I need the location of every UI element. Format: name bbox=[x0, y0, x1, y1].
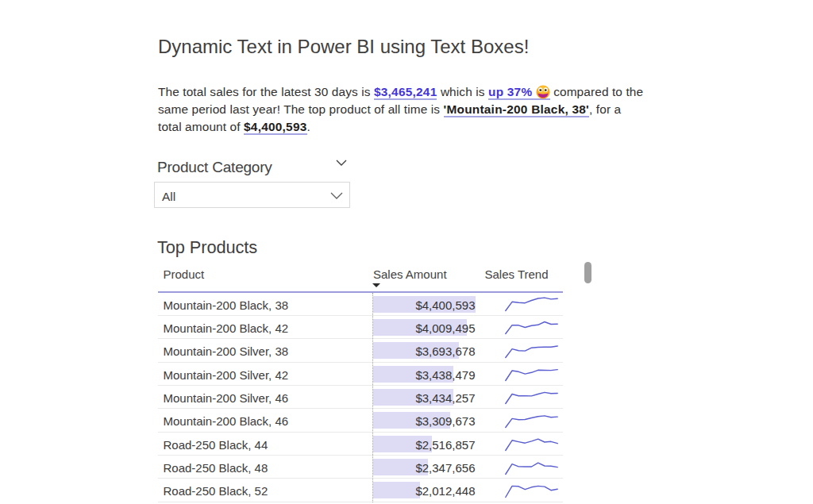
table-title: Top Products bbox=[157, 237, 257, 258]
table-row[interactable]: Mountain-200 Silver, 46$3,434,257 bbox=[158, 386, 563, 409]
dropdown-chevron-down-icon[interactable] bbox=[330, 192, 343, 199]
slicer-title: Product Category bbox=[157, 159, 272, 176]
narrative-text: The total sales for the latest 30 days i… bbox=[158, 85, 374, 98]
column-header-sales-trend[interactable]: Sales Trend bbox=[485, 267, 549, 281]
report-title: Dynamic Text in Power BI using Text Boxe… bbox=[158, 36, 529, 58]
table-row[interactable]: Mountain-200 Black, 38$4,400,593 bbox=[158, 293, 563, 316]
table-row[interactable]: Road-250 Black, 48$2,347,656 bbox=[158, 456, 563, 479]
table-row[interactable]: Road-250 Black, 44$2,516,857 bbox=[158, 433, 563, 456]
grinning-face-emoji bbox=[536, 85, 550, 99]
smart-narrative-text: The total sales for the latest 30 days i… bbox=[158, 83, 698, 136]
column-header-sales-amount[interactable]: Sales Amount bbox=[373, 267, 447, 281]
narrative-text: . bbox=[307, 120, 310, 133]
sales-amount-cell: $3,693,678 bbox=[372, 344, 476, 358]
narrative-text: compared to the bbox=[550, 85, 643, 98]
product-cell: Mountain-200 Silver, 38 bbox=[164, 344, 289, 358]
product-category-dropdown[interactable]: All bbox=[154, 182, 350, 208]
sales-trend-sparkline bbox=[505, 366, 558, 382]
table-row[interactable]: Mountain-200 Silver, 38$3,693,678 bbox=[158, 339, 563, 362]
sales-amount-cell: $2,347,656 bbox=[372, 461, 476, 475]
product-cell: Mountain-200 Black, 38 bbox=[164, 298, 289, 312]
sales-trend-sparkline bbox=[505, 343, 558, 359]
narrative-text: , for a bbox=[589, 102, 621, 116]
sales-trend-sparkline bbox=[505, 296, 558, 312]
product-cell: Mountain-200 Black, 42 bbox=[164, 321, 289, 335]
narrative-dynamic-value: $3,465,241 bbox=[374, 85, 437, 100]
narrative-text: same period last year! The top product o… bbox=[158, 102, 444, 116]
data-bar-axis-line bbox=[372, 293, 373, 502]
product-cell: Mountain-200 Silver, 46 bbox=[164, 391, 289, 405]
narrative-line: total amount of $4,400,593. bbox=[158, 118, 698, 136]
sales-amount-cell: $3,309,673 bbox=[372, 414, 476, 428]
sales-trend-sparkline bbox=[505, 389, 558, 405]
narrative-value-group: up 37% bbox=[488, 85, 550, 100]
narrative-line: The total sales for the latest 30 days i… bbox=[158, 83, 698, 101]
table-row[interactable]: Road-250 Black, 52$2,012,448 bbox=[158, 479, 563, 502]
dropdown-selected-value: All bbox=[162, 190, 175, 204]
sales-trend-sparkline bbox=[505, 413, 558, 429]
narrative-text: which is bbox=[437, 85, 488, 98]
product-cell: Road-250 Black, 48 bbox=[164, 461, 268, 475]
product-cell: Road-250 Black, 52 bbox=[164, 484, 268, 498]
product-cell: Road-250 Black, 44 bbox=[164, 438, 268, 452]
table-body: Mountain-200 Black, 38$4,400,593Mountain… bbox=[158, 293, 563, 502]
narrative-text: total amount of bbox=[158, 120, 244, 133]
sales-trend-sparkline bbox=[505, 436, 558, 452]
table-row[interactable]: Mountain-200 Silver, 42$3,438,479 bbox=[158, 363, 563, 386]
sales-amount-cell: $4,400,593 bbox=[372, 298, 476, 312]
narrative-line: same period last year! The top product o… bbox=[158, 101, 698, 118]
sales-amount-cell: $2,516,857 bbox=[372, 438, 476, 452]
narrative-dynamic-value: $4,400,593 bbox=[244, 120, 307, 135]
sales-amount-cell: $3,434,257 bbox=[372, 391, 476, 405]
product-cell: Mountain-200 Black, 46 bbox=[164, 414, 289, 428]
narrative-dynamic-value: up 37% bbox=[488, 85, 532, 98]
table-row[interactable]: Mountain-200 Black, 46$3,309,673 bbox=[158, 409, 563, 432]
sales-trend-sparkline bbox=[505, 483, 558, 498]
sales-amount-cell: $2,012,448 bbox=[372, 484, 476, 498]
narrative-dynamic-value: 'Mountain-200 Black, 38' bbox=[444, 102, 590, 117]
sales-trend-sparkline bbox=[505, 319, 558, 335]
sales-amount-cell: $4,009,495 bbox=[372, 321, 476, 335]
powerbi-report-canvas: Dynamic Text in Power BI using Text Boxe… bbox=[0, 0, 813, 504]
table-scrollbar-thumb[interactable] bbox=[584, 262, 591, 283]
slicer-chevron-down-icon[interactable] bbox=[336, 160, 347, 166]
column-header-product[interactable]: Product bbox=[164, 267, 205, 281]
table-row[interactable]: Mountain-200 Black, 42$4,009,495 bbox=[158, 316, 563, 339]
sort-descending-icon bbox=[372, 283, 380, 287]
sales-trend-sparkline bbox=[505, 460, 558, 475]
product-cell: Mountain-200 Silver, 42 bbox=[164, 368, 289, 382]
sales-amount-cell: $3,438,479 bbox=[372, 368, 476, 382]
